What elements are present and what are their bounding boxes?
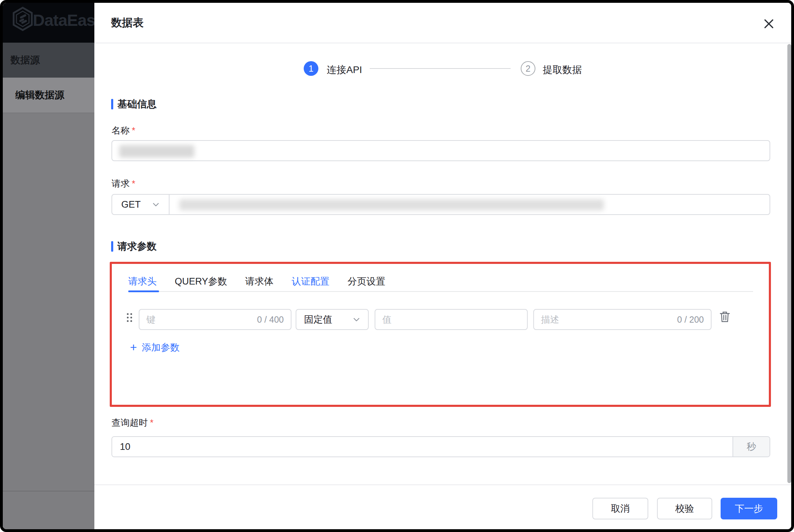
window-frame: DataEas 数据源 编辑数据源 数据表 1 连接API 2 提取数	[0, 0, 794, 532]
datatable-drawer: 数据表 1 连接API 2 提取数据 基础信息 名称*	[94, 3, 791, 529]
request-label: 请求*	[111, 178, 135, 190]
name-label: 名称*	[111, 124, 135, 137]
validate-button[interactable]: 校验	[657, 498, 712, 519]
step-1-label: 连接API	[327, 63, 362, 77]
step-2-badge: 2	[521, 61, 535, 76]
timeout-input[interactable]	[112, 437, 732, 456]
tab-request-header[interactable]: 请求头	[128, 275, 157, 288]
tab-track	[128, 291, 753, 292]
delete-row-icon[interactable]	[719, 310, 731, 324]
request-control: GET	[111, 194, 770, 215]
section-basic-info: 基础信息	[111, 98, 157, 111]
section-accent-bar	[111, 241, 113, 252]
screen: DataEas 数据源 编辑数据源 数据表 1 连接API 2 提取数	[3, 3, 791, 529]
next-step-button[interactable]: 下一步	[721, 498, 777, 519]
name-input-field[interactable]	[119, 145, 763, 156]
sidebar: DataEas 数据源 编辑数据源	[3, 3, 94, 529]
tab-auth-config[interactable]: 认证配置	[292, 275, 330, 288]
tab-query-params[interactable]: QUERY参数	[175, 275, 227, 288]
timeout-control: 秒	[111, 436, 770, 457]
cancel-button[interactable]: 取消	[592, 498, 648, 519]
param-desc-input[interactable]: 0 / 200	[533, 309, 712, 330]
dataease-logo-icon	[12, 6, 34, 31]
method-select[interactable]: GET	[112, 195, 169, 214]
name-input[interactable]	[111, 140, 770, 161]
close-icon[interactable]	[761, 16, 777, 31]
drawer-scrollbar[interactable]	[787, 44, 791, 483]
required-asterisk: *	[132, 178, 135, 189]
param-tabs: 请求头 QUERY参数 请求体 认证配置 分页设置	[128, 275, 385, 288]
tab-pagination[interactable]: 分页设置	[348, 275, 385, 288]
drag-handle-icon[interactable]	[127, 313, 132, 322]
required-asterisk: *	[132, 125, 135, 136]
step-1-badge: 1	[304, 61, 318, 76]
tab-request-body[interactable]: 请求体	[245, 275, 274, 288]
sidebar-bottom-divider	[3, 491, 94, 491]
step-2-label: 提取数据	[543, 63, 582, 77]
section-accent-bar	[111, 99, 113, 109]
param-desc-field[interactable]	[541, 314, 674, 325]
url-input[interactable]	[169, 195, 770, 214]
param-key-field[interactable]	[146, 314, 254, 325]
param-value-input[interactable]	[375, 309, 528, 330]
timeout-label: 查询超时*	[111, 417, 153, 429]
desc-counter: 0 / 200	[677, 315, 704, 325]
stepper-connector	[370, 68, 511, 69]
plus-icon: +	[130, 341, 137, 353]
param-type-select[interactable]: 固定值	[296, 309, 369, 330]
logo-bar: DataEas	[3, 3, 94, 43]
drawer-title: 数据表	[111, 15, 144, 30]
required-asterisk: *	[150, 417, 153, 428]
key-counter: 0 / 400	[257, 315, 284, 325]
timeout-unit: 秒	[732, 437, 770, 456]
dataease-logo-text: DataEas	[33, 10, 94, 30]
section-request-params: 请求参数	[111, 240, 157, 253]
drawer-header: 数据表	[94, 3, 791, 43]
sidebar-item-edit-datasource[interactable]: 编辑数据源	[3, 78, 94, 113]
chevron-down-icon	[152, 201, 160, 208]
chevron-down-icon	[353, 316, 360, 323]
add-param-link[interactable]: + 添加参数	[130, 341, 180, 354]
name-value-redacted	[119, 145, 194, 158]
param-key-input[interactable]: 0 / 400	[139, 309, 291, 330]
url-value-redacted	[179, 199, 604, 210]
param-value-field[interactable]	[382, 314, 520, 325]
tab-active-indicator	[128, 290, 159, 292]
sidebar-item-datasource[interactable]: 数据源	[3, 43, 94, 78]
